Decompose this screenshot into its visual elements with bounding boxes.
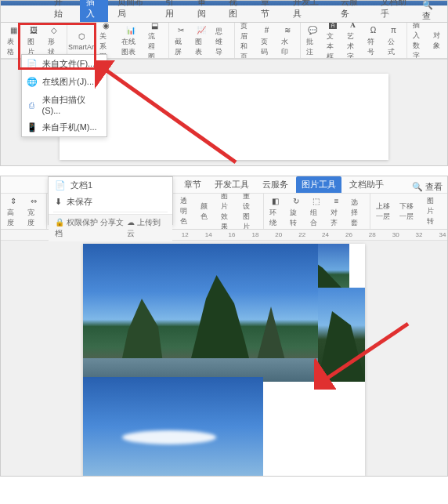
onlinechart-icon: 📊 <box>125 24 137 37</box>
ruler-tick: 26 <box>345 231 354 238</box>
btn-headerfooter[interactable]: ▭页眉和页脚 <box>237 23 256 59</box>
tab-review[interactable]: 审阅 <box>191 0 220 22</box>
btn-watermark[interactable]: ≋水印 <box>278 23 297 59</box>
tab-devtools[interactable]: 开发工具 <box>287 0 331 22</box>
dropdown-from-file[interactable]: 📄来自文件(F)... <box>22 55 107 73</box>
btn-symbol[interactable]: Ω符号 <box>364 23 383 59</box>
dropdown-phone[interactable]: 📱来自手机(M)... <box>22 118 107 136</box>
file-status-row: ⬇未保存 <box>49 194 172 210</box>
btn-wrap[interactable]: ◧环绕 <box>266 194 285 230</box>
btn-textbox[interactable]: 🅰文本框 <box>323 23 342 59</box>
btn-screenshot[interactable]: ✂截屏 <box>172 23 190 59</box>
btn-group[interactable]: ⬚组合 <box>307 194 326 230</box>
inserted-image-main[interactable] <box>83 244 318 382</box>
btn-chart[interactable]: 📈图表 <box>192 23 211 59</box>
btn-comment[interactable]: 💬批注 <box>303 23 322 59</box>
tab-insert[interactable]: 插入 <box>80 0 109 22</box>
equation-icon: π <box>388 24 400 37</box>
protect-label: 权限保护 分享文档 <box>55 218 124 237</box>
btn-align[interactable]: ≡对齐 <box>327 194 346 230</box>
protect-share[interactable]: 🔒 权限保护 分享文档 <box>55 217 127 239</box>
btn-equation[interactable]: π公式 <box>385 23 403 59</box>
ruler-tick: 20 <box>274 231 284 238</box>
tab2-section[interactable]: 章节 <box>179 176 207 193</box>
tab2-dochelper[interactable]: 文档助手 <box>344 176 389 193</box>
tab-section[interactable]: 章节 <box>255 0 284 22</box>
btn-mindmap[interactable]: ✳思维导图 <box>212 23 231 59</box>
btn-color[interactable]: 颜色 <box>197 200 216 223</box>
file-icon: 📄 <box>27 59 38 70</box>
tab-reference[interactable]: 引用 <box>159 0 188 22</box>
btn-pagenum[interactable]: #页码 <box>258 23 276 59</box>
upload-cloud[interactable]: ☁ 上传到云 <box>127 217 166 239</box>
lock-icon: 🔒 <box>55 218 64 227</box>
rotate-icon: ↻ <box>290 195 302 208</box>
btn-onlinechart[interactable]: 📊在线图表 <box>118 23 143 59</box>
file-info-panel: 📄文档1 ⬇未保存 🔒 权限保护 分享文档 ☁ 上传到云 <box>48 176 173 225</box>
btn-wordart[interactable]: 𝐀艺术字 <box>344 23 363 59</box>
tab2-cloud[interactable]: 云服务 <box>257 176 294 193</box>
tab-dochelper[interactable]: 文档助手 <box>374 0 419 22</box>
btn-bringforward[interactable]: 上移一层 <box>373 200 395 223</box>
btn-convert[interactable]: 图片转 <box>424 194 444 228</box>
btn-table-label: 表格 <box>7 37 20 57</box>
btn-height[interactable]: ⇕高度 <box>4 194 23 230</box>
search-label-2: 查看 <box>425 182 443 191</box>
btn-shapes[interactable]: ◇形状 <box>45 23 63 59</box>
wordart-icon: 𝐀 <box>347 23 359 31</box>
dropdown-online-label: 在线图片(J)... <box>42 76 94 88</box>
dropdown-online[interactable]: 🌐在线图片(J)... <box>22 73 107 91</box>
tab2-devtools[interactable]: 开发工具 <box>209 176 255 193</box>
ribbon-group-insert: 插入数字 对象 插入附件 <box>410 23 447 58</box>
phone-icon: 📱 <box>27 122 38 133</box>
btn-flowchart-label: 流程图 <box>148 31 162 59</box>
ruler-tick: 16 <box>227 231 237 238</box>
svg-line-0 <box>101 67 236 162</box>
tab-view[interactable]: 视图 <box>222 0 251 22</box>
dropdown-scanner-label: 来自扫描仪(S)... <box>42 94 102 115</box>
btn-object[interactable]: 对象 <box>430 29 447 53</box>
btn-smartart-label: SmartArt <box>68 43 96 51</box>
tab-cloud[interactable]: 云服务 <box>334 0 371 22</box>
search-button-2[interactable]: 🔍 查看 <box>412 181 447 193</box>
btn-width[interactable]: ⇔宽度 <box>24 194 43 230</box>
btn-mindmap-label: 思维导图 <box>215 27 228 60</box>
flowchart-icon: ⬓ <box>149 23 161 31</box>
btn-insertnum[interactable]: 插入数字 <box>410 23 428 59</box>
tab2-picturetools[interactable]: 图片工具 <box>296 176 341 193</box>
ribbon-group-header: ▭页眉和页脚 #页码 ≋水印 <box>237 23 301 58</box>
watermark-icon: ≋ <box>281 24 294 37</box>
btn-flowchart[interactable]: ⬓流程图 <box>145 23 165 59</box>
btn-picture[interactable]: 🖼图片 <box>24 23 43 59</box>
btn-comment-label: 批注 <box>306 37 319 57</box>
btn-object-label: 对象 <box>433 31 446 51</box>
dropdown-phone-label: 来自手机(M)... <box>42 121 97 133</box>
tab-start[interactable]: 开始 <box>48 0 77 22</box>
tab-layout[interactable]: 页面布局 <box>111 0 156 22</box>
inserted-image-sky[interactable] <box>83 377 263 476</box>
file-name-label: 文档1 <box>70 179 92 191</box>
btn-transparent[interactable]: 透明色 <box>177 194 196 228</box>
group-icon: ⬚ <box>310 195 323 208</box>
dropdown-scanner[interactable]: ⎙来自扫描仪(S)... <box>22 91 107 118</box>
red-arrow-annotation-2 <box>314 319 416 390</box>
search-button[interactable]: 🔍 查 <box>422 0 447 22</box>
btn-sendback[interactable]: 下移一层 <box>396 200 418 223</box>
btn-table[interactable]: ▦表格 <box>4 23 23 59</box>
btn-wrap-label: 环绕 <box>269 208 282 228</box>
ruler-tick: 34 <box>438 231 447 238</box>
btn-reset[interactable]: 重设图片 <box>240 194 260 230</box>
red-arrow-annotation-1 <box>95 60 251 170</box>
btn-rotate[interactable]: ↻旋转 <box>287 194 305 230</box>
btn-align-label: 对齐 <box>331 208 343 228</box>
btn-smartart[interactable]: ⬡SmartArt <box>70 29 95 53</box>
btn-wordart-label: 艺术字 <box>347 31 359 59</box>
btn-transparent-label: 透明色 <box>180 196 193 227</box>
btn-rotate-label: 旋转 <box>290 208 302 228</box>
btn-selectpane-label: 选择套格 <box>351 198 363 230</box>
btn-selectpane[interactable]: ☰选择套格 <box>348 194 367 230</box>
btn-effects[interactable]: 图片效果 <box>218 194 238 230</box>
svg-line-1 <box>322 324 408 382</box>
ruler-tick: 32 <box>414 231 424 238</box>
textbox-icon: 🅰 <box>327 23 339 31</box>
